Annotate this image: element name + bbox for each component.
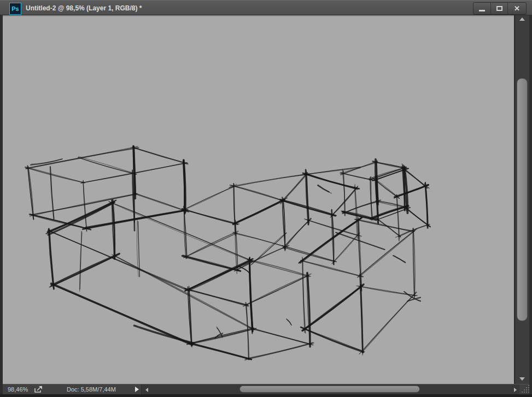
- document-canvas[interactable]: [3, 15, 514, 384]
- minimize-button[interactable]: [473, 3, 490, 14]
- photoshop-logo-icon[interactable]: Ps: [9, 3, 21, 15]
- vertical-scrollbar-thumb[interactable]: [517, 78, 528, 321]
- photoshop-document-window: Ps Untitled-2 @ 98,5% (Layer 1, RGB/8) *…: [0, 0, 532, 397]
- maximize-button[interactable]: [490, 3, 507, 14]
- vertical-scrollbar[interactable]: [515, 15, 529, 384]
- zoom-level-field[interactable]: 98,46%: [5, 384, 30, 394]
- scroll-up-arrow-icon[interactable]: [519, 17, 525, 21]
- horizontal-scrollbar-thumb[interactable]: [239, 386, 420, 393]
- document-size-info: Doc: 5,58M/7,44M: [67, 384, 116, 394]
- document-title: Untitled-2 @ 98,5% (Layer 1, RGB/8) *: [26, 1, 142, 16]
- export-share-icon[interactable]: [34, 386, 44, 394]
- cube-sketch-drawing: [3, 15, 514, 384]
- close-button[interactable]: ✕: [507, 3, 526, 14]
- scroll-right-arrow-icon[interactable]: [514, 388, 517, 392]
- status-bar: 98,46% Doc: 5,58M/7,44M: [3, 384, 529, 394]
- window-border-right: [529, 15, 532, 397]
- maximize-icon: [496, 6, 502, 11]
- status-popup-arrow-icon[interactable]: [135, 387, 139, 392]
- window-border-bottom: [0, 394, 532, 397]
- scroll-left-arrow-icon[interactable]: [145, 388, 148, 392]
- window-controls: ✕: [473, 2, 527, 15]
- minimize-icon: [479, 10, 485, 11]
- title-bar[interactable]: Ps Untitled-2 @ 98,5% (Layer 1, RGB/8) *…: [0, 0, 532, 15]
- horizontal-scrollbar[interactable]: [141, 384, 519, 394]
- scroll-down-arrow-icon[interactable]: [519, 377, 525, 381]
